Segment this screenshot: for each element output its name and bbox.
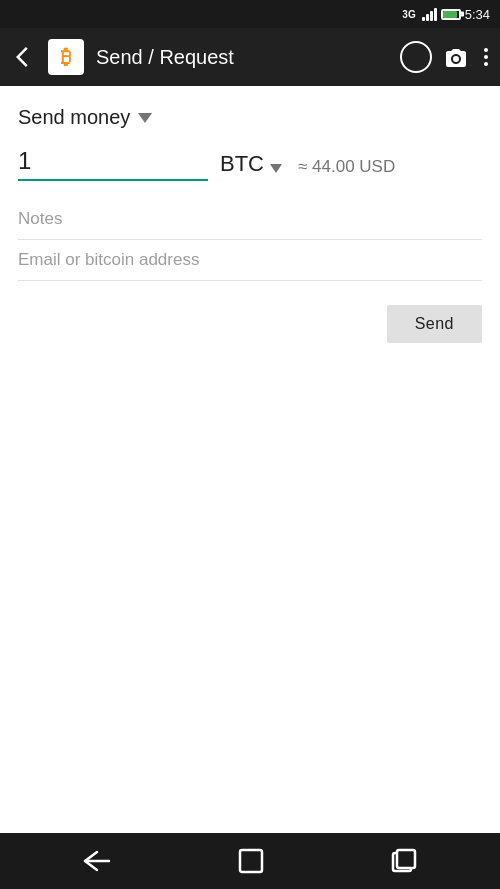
signal-icon (422, 7, 437, 21)
currency-label: BTC (220, 151, 264, 177)
amount-input[interactable] (18, 147, 208, 175)
status-icons: 3G 5:34 (402, 7, 490, 22)
network-label: 3G (402, 9, 415, 20)
app-bar-actions (400, 41, 492, 73)
svg-point-0 (453, 56, 459, 62)
currency-wrap: BTC (220, 151, 282, 181)
section-title: Send money (18, 106, 130, 129)
svg-rect-2 (240, 850, 262, 872)
home-nav-button[interactable] (214, 840, 288, 882)
app-title: Send / Request (96, 46, 388, 69)
send-mode-dropdown[interactable] (138, 113, 152, 123)
back-nav-button[interactable] (59, 842, 135, 880)
main-content: Send money BTC ≈ 44.00 USD Send (0, 86, 500, 833)
status-bar: 3G 5:34 (0, 0, 500, 28)
app-bar: ₿ Send / Request (0, 28, 500, 86)
camera-button[interactable] (440, 43, 472, 71)
notes-input[interactable] (18, 199, 482, 240)
send-button[interactable]: Send (387, 305, 482, 343)
address-field-wrap (18, 240, 482, 281)
svg-rect-4 (397, 850, 415, 868)
approx-value: ≈ 44.00 USD (298, 157, 395, 181)
app-logo: ₿ (48, 39, 84, 75)
clock: 5:34 (465, 7, 490, 22)
amount-row: BTC ≈ 44.00 USD (18, 147, 482, 181)
home-circle-button[interactable] (400, 41, 432, 73)
amount-input-wrap (18, 147, 208, 181)
currency-dropdown[interactable] (270, 164, 282, 173)
section-header: Send money (18, 106, 482, 129)
send-button-row: Send (18, 305, 482, 343)
address-input[interactable] (18, 240, 482, 281)
overflow-menu-button[interactable] (480, 44, 492, 70)
notes-field-wrap (18, 199, 482, 240)
back-button[interactable] (8, 39, 36, 75)
nav-bar (0, 833, 500, 889)
recents-nav-button[interactable] (367, 840, 441, 882)
battery-icon (441, 9, 461, 20)
